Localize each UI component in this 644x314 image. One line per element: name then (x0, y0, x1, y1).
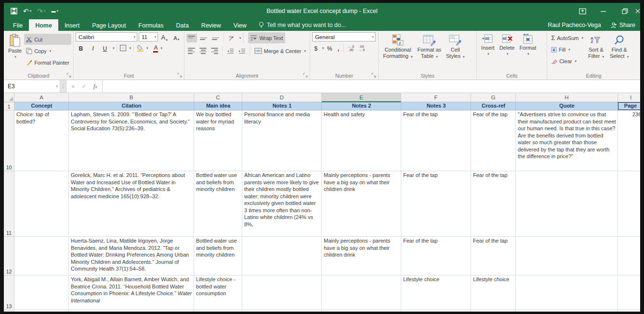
cell-B10[interactable]: Lapham, Steven S. 2009. “‘Bottled or Tap… (69, 110, 194, 171)
cell-D12[interactable] (242, 237, 322, 275)
accounting-dropdown-arrow[interactable]: ▾ (322, 46, 324, 50)
cell-B12[interactable]: Huerta-Saenz, Lina, Matilde Irigoyen, Jo… (69, 237, 194, 275)
cell-C10[interactable]: We buy bottled water for myriad reasons (194, 110, 242, 171)
formula-input[interactable] (103, 80, 640, 93)
cancel-formula-icon[interactable]: × (71, 83, 75, 90)
cell-H1[interactable]: Quote (516, 102, 618, 110)
alignment-dialog-launcher[interactable] (303, 73, 308, 78)
font-dialog-launcher[interactable] (177, 73, 182, 78)
cell-I10[interactable]: 236 (618, 110, 640, 171)
row-header-12[interactable]: 12 (4, 237, 14, 275)
restore-button[interactable] (614, 4, 635, 18)
cell-A12[interactable] (14, 237, 69, 275)
italic-button[interactable]: I (88, 43, 98, 53)
percent-style-icon[interactable]: % (325, 43, 334, 53)
column-header-E-selected[interactable]: E (322, 93, 401, 102)
cell-A11[interactable] (14, 171, 69, 237)
decrease-font-icon[interactable]: A▼ (171, 32, 182, 41)
cell-H13[interactable] (516, 275, 618, 310)
cell-C12[interactable]: Bottled water use and beliefs from minor… (194, 237, 242, 275)
increase-decimal-icon[interactable]: ←.0.00 (346, 44, 355, 53)
cell-A1[interactable]: Concept (14, 102, 69, 110)
close-button[interactable] (635, 4, 640, 18)
cell-H11[interactable] (516, 171, 618, 237)
formula-bar-splitter[interactable]: ⁞ (60, 80, 66, 93)
top-align-icon[interactable] (186, 34, 197, 42)
cell-G11[interactable]: Fear of the tap (471, 171, 516, 237)
cell-C1[interactable]: Main idea (194, 102, 242, 110)
copy-dropdown-arrow[interactable]: ▾ (50, 49, 52, 53)
decrease-decimal-icon[interactable]: .00→.0 (357, 44, 366, 53)
autosum-button[interactable]: Σ AutoSum ▾ (549, 32, 585, 43)
cell-E12[interactable]: Mainly perceptions - parents have a big … (322, 237, 401, 275)
paste-button[interactable]: Paste ▾ (6, 32, 24, 61)
delete-dropdown-arrow[interactable]: ▾ (507, 51, 509, 57)
font-color-icon[interactable]: A (149, 43, 158, 53)
tab-file[interactable]: File (7, 19, 29, 31)
cell-I13[interactable] (618, 275, 640, 310)
format-dropdown-arrow[interactable]: ▾ (527, 51, 529, 57)
orientation-icon[interactable]: ab (226, 34, 237, 42)
column-header-B[interactable]: B (69, 93, 194, 102)
cell-G10[interactable]: Fear of the tap (471, 110, 516, 171)
tab-data[interactable]: Data (170, 19, 195, 31)
align-center-icon[interactable] (198, 47, 208, 55)
cell-E11[interactable]: Mainly perceptions - parents have a big … (322, 171, 401, 237)
cell-D14[interactable] (242, 310, 322, 312)
ribbon-display-options-icon[interactable] (572, 4, 593, 18)
cell-A10[interactable]: Choice: tap of bottled? (14, 110, 69, 171)
accounting-format-icon[interactable]: $ (312, 43, 320, 53)
tab-home[interactable]: Home (29, 19, 58, 31)
column-header-A[interactable]: A (14, 93, 69, 102)
tab-view[interactable]: View (227, 19, 253, 31)
cell-B13[interactable]: York, Abigail M., Allain Barnett, Amber … (69, 275, 194, 310)
cell-H12[interactable] (516, 237, 618, 275)
wrap-text-button[interactable]: Wrap Text (248, 32, 285, 43)
cell-D1[interactable]: Notes 1 (242, 102, 322, 110)
number-format-combo[interactable]: General▾ (312, 32, 376, 41)
cell-D11[interactable]: African American and Latino parents were… (242, 171, 322, 237)
undo-button[interactable]: ↶▾ (23, 7, 31, 15)
underline-dropdown-arrow[interactable]: ▾ (113, 46, 115, 50)
underline-button[interactable]: U (100, 43, 110, 53)
align-left-icon[interactable] (186, 47, 197, 55)
clear-button[interactable]: Clear ▾ (549, 55, 585, 67)
increase-indent-icon[interactable] (237, 47, 247, 55)
format-painter-button[interactable]: Format Painter (24, 57, 71, 68)
fill-color-icon[interactable] (136, 44, 144, 52)
clear-dropdown-arrow[interactable]: ▾ (575, 59, 577, 63)
format-as-table-button[interactable]: Format as Table ▾ (415, 32, 444, 61)
row-header-13[interactable]: 13 (4, 275, 14, 310)
fill-dropdown-arrow[interactable]: ▾ (568, 48, 570, 52)
save-icon[interactable] (11, 8, 17, 14)
bottom-align-icon[interactable] (210, 34, 221, 42)
select-all-corner[interactable] (4, 93, 14, 102)
comma-style-icon[interactable]: , (335, 43, 341, 53)
name-box[interactable]: E3 ▾ (4, 80, 60, 93)
cell-I14[interactable] (618, 310, 640, 312)
cell-D10[interactable]: Personal finance and media literacy (242, 110, 322, 171)
column-header-D[interactable]: D (242, 93, 322, 102)
cell-F14[interactable] (401, 310, 471, 312)
cell-C13[interactable]: Lifestyle choice - bottled water consump… (194, 275, 242, 310)
cell-F13[interactable]: Lifestyle choice (401, 275, 471, 310)
sort-filter-button[interactable]: AZ Sort & Filter ▾ (585, 32, 607, 61)
row-header-1[interactable]: 1 (4, 102, 14, 110)
cell-G1[interactable]: Cross-ref (471, 102, 516, 110)
font-size-combo[interactable]: 11▾ (139, 32, 158, 41)
cell-F10[interactable]: Fear of the tap (401, 110, 471, 171)
cell-I11[interactable] (618, 171, 640, 237)
cut-button[interactable]: Cut (24, 34, 71, 45)
cell-E1[interactable]: Notes 2 (322, 102, 401, 110)
cell-H14[interactable] (516, 310, 618, 312)
merge-center-dropdown-arrow[interactable]: ▾ (304, 49, 306, 53)
delete-cells-button[interactable]: Delete ▾ (497, 32, 517, 58)
row-header-10[interactable]: 10 (4, 110, 14, 171)
column-header-F[interactable]: F (401, 93, 471, 102)
name-box-dropdown-arrow[interactable]: ▾ (56, 84, 58, 88)
column-header-C[interactable]: C (194, 93, 242, 102)
cell-B11[interactable]: Gorelick, Marc H. et al. 2011. “Percepti… (69, 171, 194, 237)
column-header-H[interactable]: H (516, 93, 618, 102)
tell-me-box[interactable]: Tell me what you want to do... (253, 19, 352, 31)
fill-button[interactable]: Fill ▾ (549, 44, 585, 55)
